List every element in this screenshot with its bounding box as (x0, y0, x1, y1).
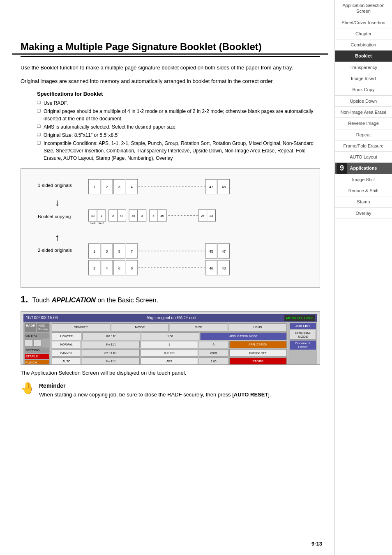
auto-label: -A- (199, 341, 228, 348)
svg-text:↑: ↑ (55, 232, 60, 243)
size-display-2: 8½ 11□ (82, 341, 140, 348)
size-btn[interactable]: SIZE (170, 323, 228, 332)
sidebar-item-application-selection[interactable]: Application Selection Screen (335, 0, 392, 17)
step-application-label: APPLICATION (52, 297, 96, 304)
normal-btn[interactable]: NORMAL (52, 341, 81, 348)
size-display-4: 8½ 11□ (82, 357, 140, 364)
sidebar-item-image-insert[interactable]: Image Insert (335, 73, 392, 84)
ui-screenshot: 10/10/2003 15:06 Align original on RADF … (21, 311, 320, 365)
svg-text:Booklet copying: Booklet copying (38, 214, 71, 219)
svg-text:4: 4 (106, 266, 108, 270)
sidebar-item-booklet[interactable]: Booklet (335, 51, 392, 62)
reminder-text: When starting a new copying job, be sure… (39, 391, 271, 399)
size-display-1: 8½ 11□ (82, 332, 141, 340)
sidebar-item-sheet-cover[interactable]: Sheet/Cover Insertion (335, 17, 392, 28)
svg-text:47: 47 (209, 185, 213, 189)
svg-text:2: 2 (93, 266, 95, 270)
svg-text:1: 1 (93, 249, 95, 253)
svg-text:↓: ↓ (55, 197, 60, 208)
svg-text:4: 4 (131, 185, 133, 189)
radf-label: RADF (25, 323, 36, 332)
reminder-icon: 🤚 (21, 381, 35, 395)
document-folder-btn[interactable]: Document Folder (290, 341, 316, 350)
svg-text:5: 5 (118, 249, 120, 253)
svg-text:47: 47 (222, 249, 226, 253)
main-content: Making a Multiple Page Signature Booklet… (12, 0, 328, 412)
svg-text:46: 46 (131, 214, 135, 218)
svg-text:45: 45 (209, 249, 213, 253)
svg-text:26: 26 (201, 214, 204, 218)
reminder-box: 🤚 Reminder When starting a new copying j… (21, 381, 320, 399)
svg-text:48: 48 (91, 214, 95, 218)
svg-text:1-sided originals: 1-sided originals (38, 183, 72, 188)
reminder-content: Reminder When starting a new copying job… (39, 381, 271, 399)
job-list-btn[interactable]: JOB LIST (290, 323, 316, 329)
sidebar-item-combination[interactable]: Combination (335, 39, 392, 51)
sidebar-item-overlay[interactable]: Overlay (335, 208, 392, 219)
svg-text:6: 6 (118, 266, 120, 270)
step-text-before: Touch (32, 297, 52, 304)
staple-btn[interactable]: STAPLE (25, 354, 49, 359)
ui-status: Align original on RADF unit (147, 315, 196, 320)
svg-text:46: 46 (209, 266, 213, 270)
page-title: Making a Multiple Page Signature Booklet… (21, 41, 320, 57)
banner-btn[interactable]: BANNER (52, 349, 81, 357)
spec-item-2: Original pages should be a multiple of 4… (37, 108, 320, 122)
specs-title: Specifications for Booklet (37, 91, 320, 97)
intro-text-1: Use the Booklet function to make a multi… (21, 64, 320, 72)
sidebar-item-reverse-image[interactable]: Reverse Image (335, 118, 392, 129)
after-step-text: The Application Selection Screen will be… (21, 369, 320, 378)
application-btn[interactable]: APPLICATION (229, 341, 287, 348)
step-1-section: 1. Touch APPLICATION on the Basic Screen… (21, 294, 320, 305)
sidebar-item-book-copy[interactable]: Book Copy (335, 84, 392, 95)
svg-text:2: 2 (106, 185, 108, 189)
punch-btn[interactable]: PUNCH (25, 360, 49, 365)
ui-datetime: 10/10/2003 15:06 (26, 315, 58, 320)
page-number: 9-13 (311, 541, 322, 547)
ui-top-bar: 10/10/2003 15:06 Align original on RADF … (23, 314, 317, 322)
store-btn[interactable]: STORE (229, 357, 287, 364)
sidebar-item-transparency[interactable]: Transparency (335, 62, 392, 73)
sidebar-item-non-image-area-erase[interactable]: Non-Image Area Erase (335, 107, 392, 118)
rotation-off-btn[interactable]: Rotation OFF (229, 349, 287, 357)
lens-ratio: 8 11 RC (141, 349, 198, 357)
spec-item-4: Original Size: 8.5"x11" or 5.5"x8.5" (37, 131, 320, 139)
svg-text:1: 1 (93, 185, 95, 189)
svg-text:48: 48 (222, 185, 226, 189)
mode-btn[interactable]: MODE (111, 323, 169, 332)
auto-btn[interactable]: AUTO (52, 357, 81, 364)
svg-text:2: 2 (112, 214, 114, 218)
output-label: OUTPUT (25, 333, 49, 339)
sidebar-item-image-shift[interactable]: Image Shift (335, 174, 392, 185)
size-display-3: 8½ 11 R□ (82, 349, 140, 357)
lens-value: 1.00 (141, 332, 199, 340)
lens-btn[interactable]: LENS (229, 323, 287, 332)
sidebar-item-applications[interactable]: 9 Applications (335, 163, 392, 174)
svg-text:45: 45 (160, 214, 164, 218)
sidebar-item-stamp[interactable]: Stamp (335, 196, 392, 207)
svg-text:47: 47 (120, 214, 123, 218)
sidebar-item-chapter[interactable]: Chapter (335, 28, 392, 39)
zoom-value: 200% (199, 349, 228, 357)
right-sidebar: Application Selection Screen Sheet/Cover… (334, 0, 392, 555)
diagram-box: 1-sided originals 1 2 3 4 47 48 ↓ Bookle… (21, 168, 320, 288)
specs-section: Specifications for Booklet Use RADF. Ori… (37, 91, 320, 162)
density-btn[interactable]: DENSITY (52, 323, 110, 332)
copy-icon-2 (33, 339, 42, 347)
lighter-btn[interactable]: LIGHTER (52, 332, 81, 340)
original-mode-btn[interactable]: ORIGINAL MODE (290, 330, 316, 340)
spec-item-5: Incompatible Conditions: APS, 1-1, 2-1, … (37, 140, 320, 162)
top-separator-bar (12, 53, 328, 55)
sidebar-item-upside-down[interactable]: Upside Down (335, 96, 392, 107)
sidebar-item-reduce-shift[interactable]: Reduce & Shift (335, 185, 392, 196)
svg-text:2-sided originals: 2-sided originals (38, 247, 72, 252)
svg-text:front: front (99, 221, 104, 224)
sidebar-item-auto-layout[interactable]: AUTO Layout (335, 152, 392, 163)
sidebar-item-repeat[interactable]: Repeat (335, 129, 392, 140)
application-mode-btn[interactable]: APPLICATION MODE (200, 332, 287, 340)
svg-text:3: 3 (141, 214, 143, 218)
sidebar-item-frame-fold-erasure[interactable]: Frame/Fold Erasure (335, 140, 392, 152)
svg-text:8: 8 (131, 266, 133, 270)
hdd-label: HDD Ready (37, 323, 49, 332)
reminder-bold-part: AUTO RESET (234, 391, 268, 398)
